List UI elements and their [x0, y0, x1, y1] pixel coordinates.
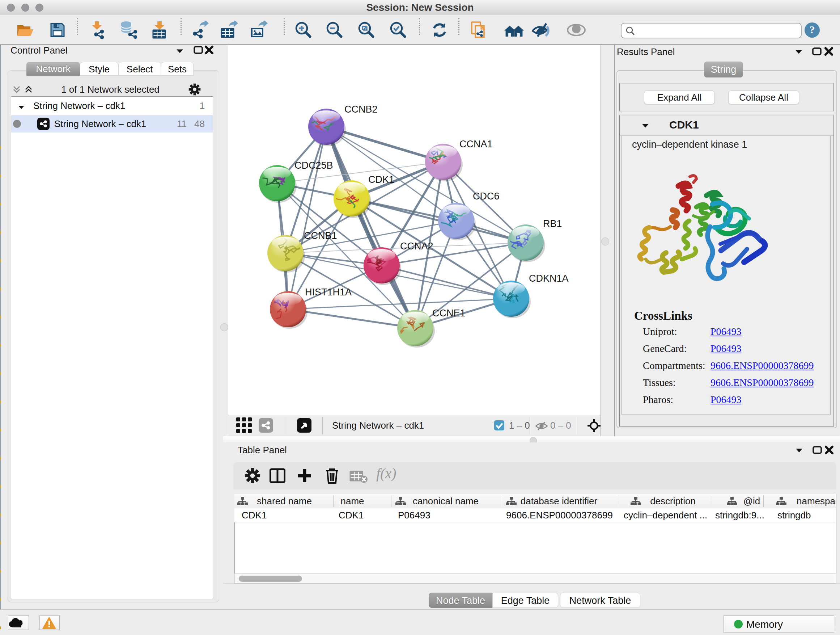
- svg-text:CCNE1: CCNE1: [432, 308, 466, 318]
- svg-text:CDC25B: CDC25B: [294, 160, 333, 171]
- svg-text:RB1: RB1: [543, 218, 562, 229]
- svg-text:CDKN1A: CDKN1A: [529, 273, 569, 284]
- svg-text:CCNB2: CCNB2: [344, 104, 378, 115]
- svg-text:CCNA1: CCNA1: [459, 139, 493, 149]
- svg-text:CDK1: CDK1: [368, 174, 394, 185]
- svg-text:CDC6: CDC6: [473, 191, 500, 202]
- svg-text:CCNA2: CCNA2: [400, 241, 433, 252]
- svg-text:HIST1H1A: HIST1H1A: [305, 287, 352, 298]
- svg-text:?: ?: [810, 24, 815, 35]
- svg-text:CCNB1: CCNB1: [304, 230, 337, 241]
